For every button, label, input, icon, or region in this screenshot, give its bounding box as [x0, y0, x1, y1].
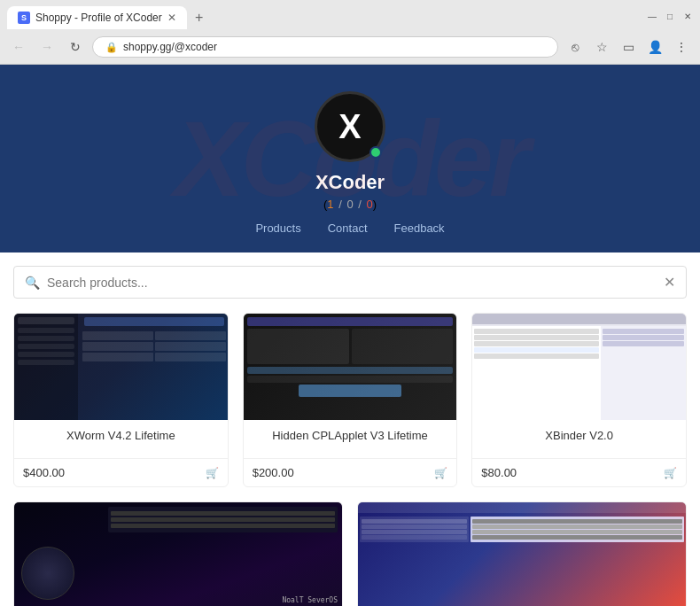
- forward-button[interactable]: →: [35, 35, 58, 58]
- product-info: XWorm V4.2 Lifetime: [14, 420, 228, 458]
- products-grid: XWorm V4.2 Lifetime $400.00 🛒: [13, 313, 687, 487]
- cart-icon[interactable]: 🛒: [664, 467, 677, 479]
- avatar-container: X: [315, 91, 385, 162]
- address-text: shoppy.gg/@xcoder: [123, 41, 545, 53]
- product-price: $200.00: [253, 466, 294, 479]
- product-price: $80.00: [481, 466, 517, 479]
- back-button[interactable]: ←: [7, 35, 30, 58]
- product-name: XWorm V4.2 Lifetime: [23, 429, 219, 442]
- profile-icon[interactable]: 👤: [643, 35, 666, 58]
- product-image: [358, 502, 686, 606]
- browser-chrome: S Shoppy - Profile of XCoder ✕ + — □ ✕ ←…: [0, 0, 700, 65]
- search-clear-button[interactable]: ✕: [664, 274, 675, 291]
- product-name: Hidden CPLApplet V3 Lifetime: [253, 429, 448, 442]
- product-info: Hidden CPLApplet V3 Lifetime: [244, 420, 457, 458]
- nav-actions: ⎋ ☆ ▭ 👤 ⋮: [564, 35, 693, 58]
- product-footer: $200.00 🛒: [244, 458, 457, 486]
- product-footer: $80.00 🛒: [472, 458, 686, 486]
- minimize-button[interactable]: —: [647, 11, 657, 21]
- cart-icon[interactable]: 🛒: [206, 467, 219, 479]
- close-button[interactable]: ✕: [682, 11, 693, 21]
- product-image: [244, 314, 457, 420]
- menu-icon[interactable]: ⋮: [670, 35, 693, 58]
- shop-header: XCoder X XCoder (1 / 0 / 0) Products Con…: [0, 65, 700, 252]
- search-bar: 🔍 ✕: [13, 266, 687, 299]
- product-info: XBinder V2.0: [472, 420, 686, 458]
- navigation-bar: ← → ↻ 🔒 shoppy.gg/@xcoder ⎋ ☆ ▭ 👤 ⋮: [0, 30, 700, 64]
- products-area: 🔍 ✕: [0, 252, 700, 606]
- page-content: XCoder X XCoder (1 / 0 / 0) Products Con…: [0, 65, 700, 606]
- product-card[interactable]: NoalT SeverOS H-Malware Builder V5 Lifet…: [13, 501, 343, 606]
- search-input[interactable]: [47, 276, 664, 290]
- tab-title: Shoppy - Profile of XCoder: [35, 12, 162, 24]
- address-bar[interactable]: 🔒 shoppy.gg/@xcoder: [92, 36, 558, 58]
- extensions-icon[interactable]: ▭: [617, 35, 640, 58]
- product-card[interactable]: XBinder V2.0 $80.00 🛒: [471, 313, 687, 487]
- reload-button[interactable]: ↻: [64, 35, 87, 58]
- product-image: NoalT SeverOS: [14, 502, 342, 606]
- search-icon: 🔍: [25, 276, 40, 290]
- maximize-button[interactable]: □: [665, 11, 675, 21]
- product-price: $400.00: [23, 466, 65, 479]
- avatar-letter: X: [338, 108, 361, 146]
- share-icon[interactable]: ⎋: [564, 35, 587, 58]
- product-image: [14, 314, 228, 420]
- cart-icon[interactable]: 🛒: [434, 467, 447, 479]
- product-card[interactable]: XWorm V4.2 Lifetime $400.00 🛒: [13, 313, 229, 487]
- products-grid-bottom: NoalT SeverOS H-Malware Builder V5 Lifet…: [13, 501, 687, 606]
- browser-tab[interactable]: S Shoppy - Profile of XCoder ✕: [7, 6, 187, 29]
- tab-favicon: S: [18, 12, 30, 24]
- product-image: [472, 314, 686, 420]
- lock-icon: 🔒: [105, 42, 118, 53]
- new-tab-button[interactable]: +: [187, 5, 212, 30]
- product-card[interactable]: Hidden CPLApplet V3 Lifetime $200.00 🛒: [243, 313, 458, 487]
- product-name: XBinder V2.0: [481, 429, 677, 442]
- online-status-dot: [369, 146, 382, 159]
- product-footer: $400.00 🛒: [14, 458, 228, 486]
- title-bar: S Shoppy - Profile of XCoder ✕ + — □ ✕: [0, 0, 700, 30]
- tab-close-button[interactable]: ✕: [167, 12, 176, 24]
- bookmark-icon[interactable]: ☆: [590, 35, 613, 58]
- product-card[interactable]: XWorm V5.0 Edition Lifetime: [357, 501, 687, 606]
- window-controls: — □ ✕: [647, 11, 693, 25]
